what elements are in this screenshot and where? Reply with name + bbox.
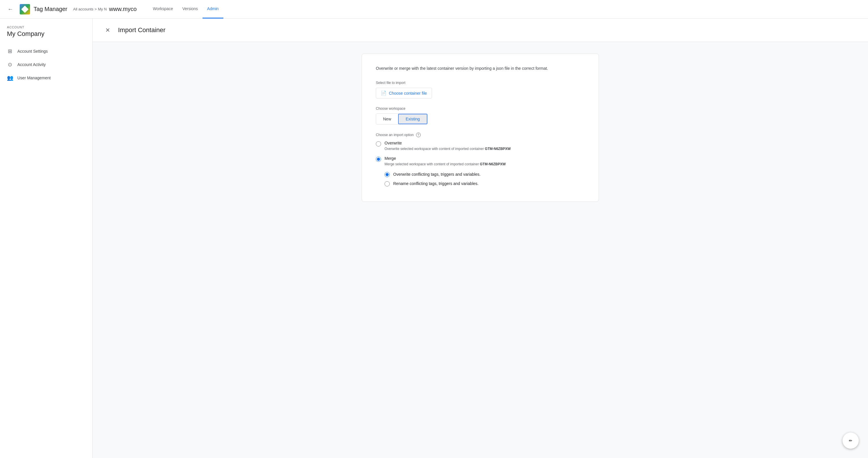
overwrite-container-id: GTM-N6ZBPXW xyxy=(485,147,511,151)
workspace-new-button[interactable]: New xyxy=(376,114,398,124)
content-area: ✕ Import Container Overwrite or merge wi… xyxy=(93,19,868,458)
sub-options: Overwrite conflicting tags, triggers and… xyxy=(384,171,585,187)
sidebar-item-account-activity[interactable]: ⊙ Account Activity xyxy=(0,58,92,71)
back-button[interactable]: ← xyxy=(5,3,16,15)
sidebar-items: ⊞ Account Settings ⊙ Account Activity 👥 … xyxy=(0,45,92,85)
merge-label-group: Merge Merge selected workspace with cont… xyxy=(384,156,506,167)
overwrite-label: Overwrite xyxy=(384,141,511,145)
table-icon: ⊞ xyxy=(7,48,13,54)
choose-file-label: Choose container file xyxy=(389,91,427,95)
fab-button[interactable]: ✏ xyxy=(842,432,859,449)
sidebar-item-user-management[interactable]: 👥 User Management xyxy=(0,71,92,85)
app-logo xyxy=(20,4,30,15)
dialog-content: Overwrite or merge with the latest conta… xyxy=(93,42,868,458)
sidebar-item-account-settings-label: Account Settings xyxy=(18,49,48,54)
merge-container-id: GTM-N6ZBPXW xyxy=(480,162,506,166)
sidebar-item-user-management-label: User Management xyxy=(18,76,51,80)
overwrite-label-group: Overwrite Overwrite selected workspace w… xyxy=(384,141,511,151)
dialog-panel: ✕ Import Container Overwrite or merge wi… xyxy=(93,19,868,458)
clock-icon: ⊙ xyxy=(7,61,13,68)
sidebar-account: ACCOUNT My Company xyxy=(0,19,92,42)
fab-icon: ✏ xyxy=(849,438,852,443)
dialog-title: Import Container xyxy=(118,26,165,34)
overwrite-radio-option: Overwrite Overwrite selected workspace w… xyxy=(376,141,585,151)
breadcrumb-sep: > xyxy=(95,7,97,11)
sub-overwrite-option: Overwrite conflicting tags, triggers and… xyxy=(384,171,585,177)
import-card: Overwrite or merge with the latest conta… xyxy=(362,54,599,202)
tab-versions[interactable]: Versions xyxy=(178,0,203,19)
sidebar-account-name: My Company xyxy=(7,30,85,38)
help-icon[interactable]: ? xyxy=(416,133,421,137)
workspace-existing-button[interactable]: Existing xyxy=(398,114,427,124)
import-option-label: Choose an import option ? xyxy=(376,133,585,137)
overwrite-desc-prefix: Overwrite selected workspace with conten… xyxy=(384,147,485,151)
merge-desc-prefix: Merge selected workspace with content of… xyxy=(384,162,480,166)
merge-label: Merge xyxy=(384,156,506,161)
merge-radio-option: Merge Merge selected workspace with cont… xyxy=(376,156,585,167)
overwrite-radio-input[interactable] xyxy=(376,141,381,146)
tab-workspace[interactable]: Workspace xyxy=(148,0,178,19)
people-icon: 👥 xyxy=(7,75,13,81)
sidebar-item-account-activity-label: Account Activity xyxy=(18,62,46,67)
dialog-header: ✕ Import Container xyxy=(93,19,868,42)
merge-desc: Merge selected workspace with content of… xyxy=(384,162,506,167)
close-button[interactable]: ✕ xyxy=(102,24,114,36)
overwrite-desc: Overwrite selected workspace with conten… xyxy=(384,146,511,151)
import-option-text: Choose an import option xyxy=(376,133,414,137)
merge-radio-input[interactable] xyxy=(376,156,381,162)
sub-rename-option: Rename conflicting tags, triggers and va… xyxy=(384,181,585,187)
workspace-toggle: New Existing xyxy=(376,113,428,124)
breadcrumb: All accounts > My N xyxy=(73,7,107,11)
breadcrumb-all-accounts[interactable]: All accounts xyxy=(73,7,93,11)
sub-rename-radio-input[interactable] xyxy=(384,181,390,187)
sub-overwrite-radio-input[interactable] xyxy=(384,172,390,177)
top-nav: ← Tag Manager All accounts > My N www.my… xyxy=(0,0,868,19)
container-url: www.myco xyxy=(109,6,137,12)
tab-admin[interactable]: Admin xyxy=(203,0,223,19)
description-text: Overwrite or merge with the latest conta… xyxy=(376,65,585,71)
choose-file-button[interactable]: 📄 Choose container file xyxy=(376,88,432,98)
nav-tabs: Workspace Versions Admin xyxy=(148,0,223,19)
sub-rename-label: Rename conflicting tags, triggers and va… xyxy=(393,181,478,186)
file-icon: 📄 xyxy=(381,90,386,96)
sub-overwrite-label: Overwrite conflicting tags, triggers and… xyxy=(393,172,480,177)
main-layout: ACCOUNT My Company ⊞ Account Settings ⊙ … xyxy=(0,19,868,458)
sidebar-account-label: ACCOUNT xyxy=(7,26,85,29)
file-section-label: Select file to import xyxy=(376,81,585,85)
sidebar: ACCOUNT My Company ⊞ Account Settings ⊙ … xyxy=(0,19,93,458)
app-name: Tag Manager xyxy=(34,6,67,12)
sidebar-item-account-settings[interactable]: ⊞ Account Settings xyxy=(0,45,92,58)
workspace-section-label: Choose workspace xyxy=(376,107,585,111)
breadcrumb-account[interactable]: My N xyxy=(98,7,106,11)
